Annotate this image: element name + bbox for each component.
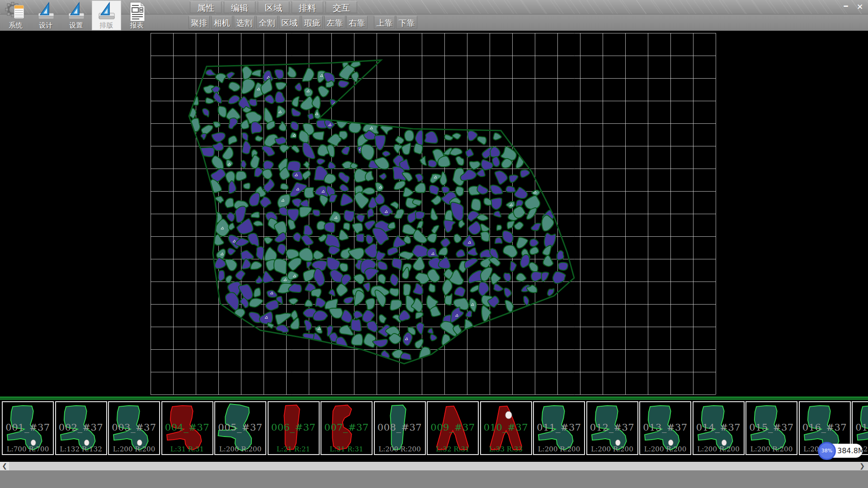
piece-id: 002_#37 bbox=[56, 422, 106, 433]
piece-thumbnail[interactable]: 010_#37L:33 R:33 bbox=[480, 401, 532, 455]
piece-lr-count: L:200 R:200 bbox=[375, 445, 425, 453]
piece-lr-count: L:200 R:200 bbox=[109, 445, 159, 453]
piece-id: 009_#37 bbox=[428, 422, 478, 433]
close-button[interactable]: ✕ bbox=[854, 2, 866, 11]
menu-properties[interactable]: 属性 bbox=[190, 1, 222, 13]
piece-id: 010_#37 bbox=[481, 422, 531, 433]
piece-id: 007_#37 bbox=[321, 422, 372, 433]
piece-thumbnail[interactable]: 011_#37L:200 R:200 bbox=[533, 401, 585, 455]
menu-nesting[interactable]: 排料 bbox=[292, 1, 323, 13]
tool-snap-right[interactable]: 右靠 bbox=[346, 16, 368, 29]
piece-thumbnail[interactable]: 004_#37L:31 R:31 bbox=[161, 401, 213, 455]
app-btn-label: 设置 bbox=[61, 21, 91, 30]
piece-thumbnail[interactable]: 003_#37L:200 R:200 bbox=[108, 401, 160, 455]
app-btn-nesting[interactable]: 排版 bbox=[92, 0, 121, 30]
tool-cut-all[interactable]: 全割 bbox=[256, 16, 278, 29]
piece-thumbnail-strip: 001_#37L:700 R:700002_#37L:132 R:132003_… bbox=[0, 400, 868, 456]
piece-id: 012_#37 bbox=[587, 422, 637, 433]
app-btn-label: 设计 bbox=[31, 21, 61, 30]
horizontal-scrollbar[interactable]: ❮ ❯ bbox=[0, 462, 868, 470]
piece-id: 004_#37 bbox=[162, 422, 212, 433]
piece-thumbnail[interactable]: 001_#37L:700 R:700 bbox=[2, 401, 54, 455]
piece-thumbnail[interactable]: 007_#37L:31 R:31 bbox=[321, 401, 373, 455]
piece-lr-count: L:31 R:31 bbox=[321, 445, 372, 453]
scroll-left-button[interactable]: ❮ bbox=[0, 462, 9, 470]
piece-lr-count: L:200 R:200 bbox=[215, 445, 265, 453]
piece-lr-count: L:32 R:31 bbox=[428, 445, 478, 453]
piece-id: 003_#37 bbox=[109, 422, 159, 433]
memory-badge: 38% 384.8M bbox=[820, 444, 863, 458]
app-btn-report[interactable]: 报表 bbox=[122, 0, 151, 30]
piece-id: 015_#37 bbox=[746, 422, 797, 433]
piece-thumbnail[interactable]: 008_#37L:200 R:200 bbox=[374, 401, 426, 455]
app-btn-label: 排版 bbox=[92, 21, 121, 30]
piece-thumbnail[interactable]: 009_#37L:32 R:31 bbox=[427, 401, 479, 455]
piece-id: 013_#37 bbox=[640, 422, 690, 433]
tool-snap-up[interactable]: 上靠 bbox=[374, 16, 395, 29]
piece-lr-count: L:21 R:21 bbox=[269, 445, 319, 453]
tool-camera[interactable]: 相机 bbox=[211, 16, 232, 29]
progress-indicator: 38% bbox=[818, 442, 836, 460]
piece-thumbnail[interactable]: 012_#37L:200 R:200 bbox=[586, 401, 638, 455]
piece-id: 017_#37 bbox=[853, 422, 868, 433]
piece-id: 016_#37 bbox=[800, 422, 850, 433]
piece-id: 006_#37 bbox=[269, 422, 319, 433]
application-window: { "window": {"minimize_glyph":"━", "clos… bbox=[0, 0, 868, 488]
tool-select-cut[interactable]: 选割 bbox=[234, 16, 255, 29]
app-btn-design[interactable]: 设计 bbox=[31, 0, 61, 30]
piece-lr-count: L:31 R:31 bbox=[162, 445, 212, 453]
piece-thumbnail[interactable]: 005_#37L:200 R:200 bbox=[214, 401, 266, 455]
piece-id: 011_#37 bbox=[534, 422, 584, 433]
memory-value: 384.8M bbox=[837, 444, 861, 458]
piece-id: 008_#37 bbox=[375, 422, 425, 433]
piece-lr-count: L:200 R:200 bbox=[693, 445, 744, 453]
app-btn-system[interactable]: 系统 bbox=[1, 0, 30, 30]
piece-lr-count: L:200 R:200 bbox=[587, 445, 637, 453]
nesting-canvas[interactable] bbox=[0, 31, 868, 397]
piece-lr-count: L:132 R:132 bbox=[56, 445, 106, 453]
menu-interact[interactable]: 交互 bbox=[326, 1, 357, 13]
piece-thumbnail[interactable]: 015_#37L:200 R:200 bbox=[745, 401, 797, 455]
strip-separator-line bbox=[0, 397, 868, 398]
piece-thumbnail[interactable]: 013_#37L:200 R:200 bbox=[639, 401, 691, 455]
piece-id: 005_#37 bbox=[215, 422, 265, 433]
app-btn-settings[interactable]: 设置 bbox=[61, 0, 91, 30]
menu-region[interactable]: 区域 bbox=[258, 1, 289, 13]
piece-thumbnail[interactable]: 014_#37L:200 R:200 bbox=[693, 401, 745, 455]
piece-lr-count: L:200 R:200 bbox=[640, 445, 690, 453]
app-btn-label: 系统 bbox=[1, 21, 30, 30]
minimize-button[interactable]: ━ bbox=[840, 2, 851, 11]
tool-snap-down[interactable]: 下靠 bbox=[396, 16, 417, 29]
tool-cluster-nest[interactable]: 聚排 bbox=[189, 16, 210, 29]
piece-lr-count: L:200 R:200 bbox=[746, 445, 797, 453]
piece-thumbnail[interactable]: 006_#37L:21 R:21 bbox=[268, 401, 320, 455]
app-icon-toolbar: 系统 设计 设置 bbox=[0, 0, 153, 31]
scroll-right-button[interactable]: ❯ bbox=[857, 462, 867, 470]
tool-region[interactable]: 区域 bbox=[279, 16, 300, 29]
piece-lr-count: L:33 R:33 bbox=[481, 445, 531, 453]
piece-lr-count: L:700 R:700 bbox=[3, 445, 53, 453]
piece-hole bbox=[505, 411, 511, 419]
menu-edit[interactable]: 编辑 bbox=[224, 1, 255, 13]
tool-defect[interactable]: 瑕疵 bbox=[302, 16, 323, 29]
piece-lr-count: L:200 R:200 bbox=[534, 445, 584, 453]
app-btn-label: 报表 bbox=[122, 21, 151, 30]
piece-id: 014_#37 bbox=[693, 422, 744, 433]
piece-thumbnail[interactable]: 002_#37L:132 R:132 bbox=[55, 401, 107, 455]
tool-snap-left[interactable]: 左靠 bbox=[324, 16, 345, 29]
status-bar bbox=[0, 470, 868, 488]
piece-id: 001_#37 bbox=[3, 422, 53, 433]
strip-separator-line bbox=[0, 399, 868, 399]
